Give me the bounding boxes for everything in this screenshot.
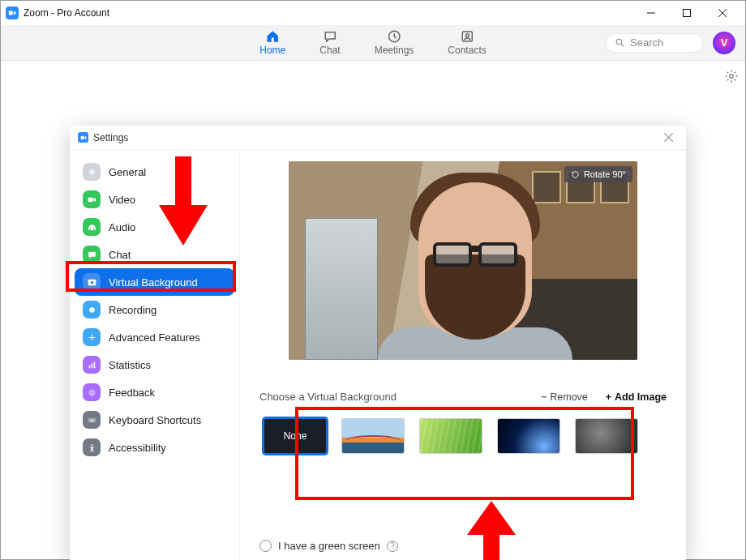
nav-tab-meetings[interactable]: Meetings — [375, 29, 414, 56]
green-screen-row: I have a green screen ? — [259, 540, 667, 555]
plus-icon — [83, 328, 101, 346]
svg-rect-28 — [92, 419, 93, 420]
main-area: Settings General Video — [1, 61, 745, 559]
svg-point-30 — [91, 444, 92, 446]
background-option-none[interactable]: None — [264, 419, 326, 453]
svg-rect-19 — [88, 365, 90, 368]
nav-label: Chat — [319, 45, 340, 56]
sidebar-item-chat[interactable]: Chat — [75, 241, 234, 268]
sidebar-item-audio[interactable]: Audio — [75, 213, 234, 241]
sidebar-item-label: Advanced Features — [109, 331, 200, 344]
settings-dialog: Settings General Video — [70, 126, 686, 560]
svg-point-24 — [92, 391, 93, 391]
stats-icon — [83, 356, 101, 374]
svg-rect-27 — [91, 419, 92, 420]
remove-background-button[interactable]: −Remove — [541, 391, 588, 403]
app-window: Zoom - Pro Account Home Chat Meetings Co… — [0, 0, 746, 560]
svg-rect-20 — [91, 363, 92, 368]
add-image-button[interactable]: +Add Image — [606, 391, 667, 403]
nav-tab-contacts[interactable]: Contacts — [448, 29, 486, 56]
background-option-space[interactable] — [498, 419, 560, 453]
svg-point-10 — [730, 75, 734, 79]
svg-line-9 — [621, 44, 624, 46]
background-option-gray[interactable] — [576, 419, 637, 453]
sidebar-item-label: Virtual Background — [109, 276, 198, 289]
svg-rect-11 — [80, 136, 84, 139]
settings-close-button[interactable] — [658, 128, 678, 147]
sidebar-item-keyboard-shortcuts[interactable]: Keyboard Shortcuts — [75, 406, 234, 434]
choose-background-label: Choose a Virtual Background — [259, 391, 397, 403]
search-icon — [615, 37, 625, 48]
zoom-settings-icon — [78, 132, 88, 143]
accessibility-icon — [83, 438, 101, 456]
record-icon — [83, 301, 101, 318]
background-thumbnails: None — [259, 413, 667, 460]
svg-point-23 — [90, 391, 91, 391]
settings-sidebar: General Video Audio Chat — [70, 150, 240, 560]
sidebar-item-recording[interactable]: Recording — [75, 296, 234, 323]
settings-dialog-title: Settings — [93, 132, 128, 143]
sidebar-item-label: Statistics — [109, 359, 151, 371]
info-icon[interactable]: ? — [387, 541, 398, 552]
svg-point-17 — [90, 280, 92, 283]
sidebar-item-label: Keyboard Shortcuts — [109, 414, 201, 426]
none-label: None — [284, 430, 307, 442]
svg-rect-15 — [88, 197, 92, 201]
headphones-icon — [83, 218, 101, 236]
feedback-icon — [83, 383, 101, 401]
svg-rect-26 — [89, 419, 90, 420]
sidebar-item-label: Feedback — [109, 387, 155, 399]
title-bar: Zoom - Pro Account — [1, 1, 745, 25]
video-icon — [83, 190, 101, 208]
svg-rect-21 — [93, 361, 95, 368]
choose-background-row: Choose a Virtual Background −Remove +Add… — [259, 391, 667, 403]
zoom-app-icon — [6, 6, 19, 19]
sidebar-item-statistics[interactable]: Statistics — [75, 351, 234, 378]
rotate-90-button[interactable]: Rotate 90° — [564, 166, 632, 182]
settings-dialog-header: Settings — [70, 126, 686, 150]
sidebar-item-general[interactable]: General — [75, 158, 234, 186]
avatar[interactable]: V — [713, 32, 735, 54]
video-preview: Rotate 90° — [289, 161, 637, 360]
search-input[interactable]: Search — [606, 33, 703, 53]
virtual-background-icon — [83, 273, 101, 291]
close-button[interactable] — [705, 2, 740, 24]
svg-rect-2 — [684, 10, 691, 17]
sidebar-item-label: Audio — [109, 221, 135, 233]
settings-content-pane: Rotate 90° Choose a Virtual Background −… — [240, 150, 686, 560]
svg-point-7 — [465, 34, 469, 37]
gear-icon[interactable] — [724, 69, 739, 86]
window-title: Zoom - Pro Account — [24, 7, 109, 19]
keyboard-icon — [83, 411, 101, 429]
gear-icon — [83, 163, 101, 181]
sidebar-item-feedback[interactable]: Feedback — [75, 378, 234, 406]
minimize-button[interactable] — [633, 2, 669, 24]
nav-label: Meetings — [375, 45, 414, 56]
nav-label: Home — [259, 45, 285, 56]
green-screen-checkbox[interactable] — [259, 540, 272, 552]
sidebar-item-label: Video — [109, 194, 135, 206]
rotate-icon — [571, 170, 580, 179]
svg-rect-0 — [9, 11, 13, 15]
sidebar-item-label: Chat — [109, 249, 131, 261]
sidebar-item-label: General — [109, 166, 146, 178]
top-navigation: Home Chat Meetings Contacts Search V — [1, 25, 745, 61]
svg-point-18 — [89, 307, 95, 313]
sidebar-item-label: Accessibility — [109, 442, 166, 454]
sidebar-item-advanced-features[interactable]: Advanced Features — [75, 323, 234, 351]
nav-label: Contacts — [448, 45, 486, 56]
svg-rect-29 — [90, 421, 93, 421]
nav-tab-home[interactable]: Home — [259, 29, 285, 56]
sidebar-item-label: Recording — [109, 304, 156, 316]
background-option-bridge[interactable] — [342, 419, 404, 453]
svg-point-8 — [616, 39, 622, 45]
maximize-button[interactable] — [669, 2, 705, 24]
sidebar-item-virtual-background[interactable]: Virtual Background — [75, 268, 234, 296]
sidebar-item-accessibility[interactable]: Accessibility — [75, 434, 234, 461]
background-option-grass[interactable] — [420, 419, 482, 453]
green-screen-label: I have a green screen — [278, 540, 380, 552]
search-placeholder: Search — [630, 36, 663, 49]
sidebar-item-video[interactable]: Video — [75, 186, 234, 213]
nav-tab-chat[interactable]: Chat — [319, 29, 340, 56]
rotate-label: Rotate 90° — [584, 169, 626, 179]
